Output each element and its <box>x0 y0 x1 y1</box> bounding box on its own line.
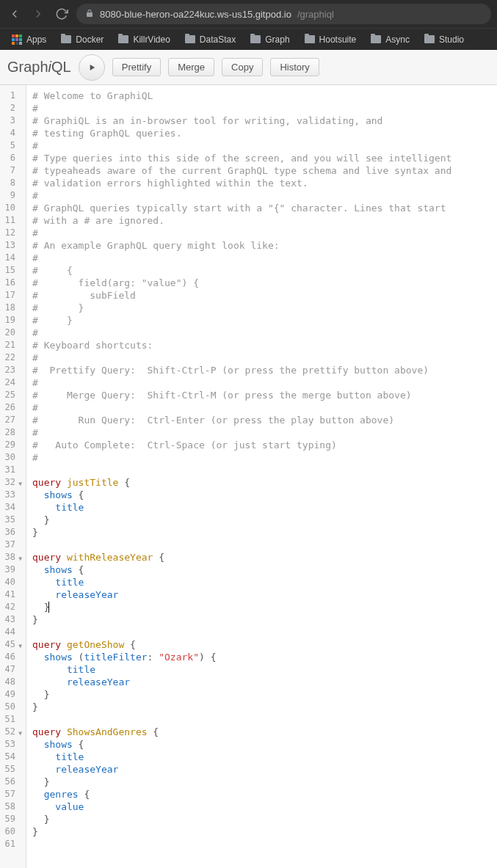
line-number: 53 <box>4 738 21 751</box>
code-line[interactable]: # Prettify Query: Shift-Ctrl-P (or press… <box>32 364 491 376</box>
folder-icon <box>371 35 381 43</box>
code-line[interactable]: value <box>32 800 491 813</box>
bookmark-hootsuite[interactable]: Hootsuite <box>299 32 363 47</box>
address-bar[interactable]: 8080-blue-heron-oa224kuc.ws-us15.gitpod.… <box>76 4 491 24</box>
bookmark-killrvideo[interactable]: KillrVideo <box>112 32 175 47</box>
code-line[interactable]: } <box>32 526 491 539</box>
code-line[interactable]: # testing GraphQL queries. <box>32 127 491 139</box>
code-line[interactable]: # } <box>32 302 491 314</box>
code-line[interactable]: # Run Query: Ctrl-Enter (or press the pl… <box>32 414 491 426</box>
code-line[interactable]: # <box>32 426 491 439</box>
code-line[interactable]: # <box>32 327 491 339</box>
line-number: 6 <box>4 152 21 164</box>
line-number: 22 <box>4 351 21 364</box>
code-line[interactable]: # field(arg: "value") { <box>32 277 491 289</box>
code-line[interactable]: } <box>32 514 491 526</box>
code-line[interactable]: # Auto Complete: Ctrl-Space (or just sta… <box>32 439 491 451</box>
code-line[interactable]: } <box>32 701 491 713</box>
line-number: 30 <box>4 451 21 464</box>
code-line[interactable]: query ShowsAndGenres { <box>32 726 491 738</box>
code-line[interactable]: # An example GraphQL query might look li… <box>32 239 491 252</box>
forward-button[interactable] <box>29 5 47 23</box>
code-line[interactable]: # Keyboard shortcuts: <box>32 339 491 351</box>
line-number: 45▼ <box>4 638 21 651</box>
history-button[interactable]: History <box>270 58 319 76</box>
code-line[interactable]: shows { <box>32 489 491 501</box>
code-line[interactable]: } <box>32 601 491 613</box>
code-line[interactable]: title <box>32 576 491 588</box>
code-line[interactable]: shows (titleFilter: "Ozark") { <box>32 651 491 663</box>
bookmark-graph[interactable]: Graph <box>244 32 295 47</box>
code-line[interactable]: # <box>32 376 491 389</box>
code-line[interactable]: query withReleaseYear { <box>32 551 491 564</box>
line-number: 44 <box>4 626 21 638</box>
line-number: 61 <box>4 838 21 850</box>
code-line[interactable]: } <box>32 813 491 825</box>
code-line[interactable]: query getOneShow { <box>32 638 491 651</box>
line-number: 2 <box>4 102 21 114</box>
code-line[interactable]: # <box>32 351 491 364</box>
code-line[interactable]: # Type queries into this side of the scr… <box>32 152 491 164</box>
code-line[interactable] <box>32 713 491 726</box>
code-line[interactable]: # <box>32 401 491 414</box>
code-line[interactable]: title <box>32 751 491 763</box>
back-button[interactable] <box>6 5 23 23</box>
bookmark-studio[interactable]: Studio <box>418 32 470 47</box>
execute-button[interactable] <box>79 54 105 81</box>
code-line[interactable]: # typeaheads aware of the current GraphQ… <box>32 164 491 177</box>
bookmark-apps[interactable]: Apps <box>6 32 52 47</box>
code-line[interactable]: # subField <box>32 289 491 302</box>
code-line[interactable]: # validation errors highlighted within t… <box>32 177 491 189</box>
code-line[interactable]: # <box>32 189 491 202</box>
code-line[interactable]: # GraphQL queries typically start with a… <box>32 202 491 214</box>
line-number: 51 <box>4 713 21 726</box>
reload-button[interactable] <box>53 5 70 23</box>
line-number: 43 <box>4 613 21 626</box>
code-line[interactable] <box>32 539 491 551</box>
line-gutter: 1234567891011121314151617181920212223242… <box>0 85 26 868</box>
code-line[interactable]: # { <box>32 264 491 277</box>
code-line[interactable] <box>32 464 491 476</box>
code-line[interactable]: title <box>32 501 491 514</box>
code-line[interactable]: releaseYear <box>32 763 491 776</box>
line-number: 29 <box>4 439 21 451</box>
code-line[interactable]: # } <box>32 314 491 327</box>
code-line[interactable]: # <box>32 139 491 152</box>
code-line[interactable]: } <box>32 613 491 626</box>
code-line[interactable]: releaseYear <box>32 676 491 688</box>
bookmark-datastax[interactable]: DataStax <box>179 32 242 47</box>
code-line[interactable]: # Merge Query: Shift-Ctrl-M (or press th… <box>32 389 491 401</box>
code-line[interactable]: shows { <box>32 738 491 751</box>
line-number: 55 <box>4 763 21 776</box>
prettify-button[interactable]: Prettify <box>112 58 161 76</box>
code-line[interactable]: # Welcome to GraphiQL <box>32 90 491 102</box>
folder-icon <box>118 35 128 43</box>
query-editor[interactable]: 1234567891011121314151617181920212223242… <box>0 85 497 868</box>
line-number: 24 <box>4 376 21 389</box>
code-line[interactable]: # <box>32 252 491 264</box>
copy-button[interactable]: Copy <box>222 58 263 76</box>
bookmark-async[interactable]: Async <box>365 32 416 47</box>
line-number: 58 <box>4 800 21 813</box>
merge-button[interactable]: Merge <box>168 58 214 76</box>
code-line[interactable]: } <box>32 825 491 838</box>
code-line[interactable]: # <box>32 451 491 464</box>
code-line[interactable]: releaseYear <box>32 588 491 601</box>
code-line[interactable]: # GraphiQL is an in-browser tool for wri… <box>32 114 491 127</box>
code-line[interactable]: # <box>32 227 491 239</box>
graphiql-title: GraphiQL <box>7 59 71 76</box>
code-line[interactable]: # with a # are ignored. <box>32 214 491 227</box>
bookmark-docker[interactable]: Docker <box>55 32 109 47</box>
code-line[interactable] <box>32 838 491 850</box>
line-number: 13 <box>4 239 21 252</box>
code-line[interactable]: } <box>32 776 491 788</box>
code-line[interactable]: genres { <box>32 788 491 800</box>
code-line[interactable] <box>32 626 491 638</box>
code-line[interactable]: query justTitle { <box>32 476 491 489</box>
code-line[interactable]: # <box>32 102 491 114</box>
code-line[interactable]: title <box>32 663 491 676</box>
code-line[interactable]: shows { <box>32 564 491 576</box>
code-line[interactable]: } <box>32 688 491 701</box>
line-number: 37 <box>4 539 21 551</box>
code-area[interactable]: # Welcome to GraphiQL## GraphiQL is an i… <box>26 85 497 868</box>
